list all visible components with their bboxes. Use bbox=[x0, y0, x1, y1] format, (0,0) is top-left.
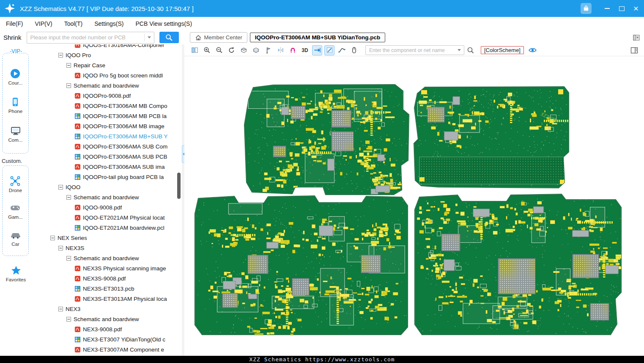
sidebar-item-favorites[interactable]: Favorites bbox=[0, 264, 32, 282]
tree-item[interactable]: IQOOPro-tail plug board PCB la bbox=[32, 172, 182, 182]
menu-settings[interactable]: Settings(S) bbox=[88, 20, 129, 27]
open-document-tab[interactable]: IQOOPro-ET3006AM MB+SUB YiDianTong.pcb bbox=[250, 33, 385, 42]
tree-item[interactable]: Schematic and boardview bbox=[32, 253, 182, 263]
expander-icon[interactable] bbox=[50, 236, 55, 240]
tree-item[interactable]: IQOOPro-9008.pdf bbox=[32, 91, 182, 101]
member-center-button[interactable]: Member Center bbox=[190, 32, 247, 43]
mouse-mode-icon[interactable] bbox=[349, 45, 359, 55]
tree-item[interactable]: IQOOPro-ET3006AM MB+SUB Y bbox=[32, 131, 182, 141]
top-layer-icon[interactable] bbox=[238, 45, 249, 55]
layer-panel-icon[interactable] bbox=[630, 46, 639, 55]
menu-file[interactable]: File(F) bbox=[0, 20, 29, 27]
component-search-input[interactable] bbox=[366, 47, 455, 53]
expander-icon[interactable] bbox=[66, 195, 71, 200]
sidebar-item-game[interactable]: Gam... bbox=[8, 202, 23, 220]
expander-icon[interactable] bbox=[66, 317, 71, 322]
expander-icon[interactable] bbox=[58, 246, 63, 250]
boardview-icon bbox=[74, 174, 81, 180]
menu-pcb-view-settings[interactable]: PCB View settings(S) bbox=[129, 20, 198, 27]
sidebar-item-car[interactable]: Car bbox=[10, 229, 22, 247]
minimize-button[interactable] bbox=[601, 2, 614, 15]
tree-item[interactable]: IQOOPro-ET3006AMA SUB ima bbox=[32, 162, 182, 172]
chevron-down-icon[interactable] bbox=[458, 49, 461, 51]
tree-item[interactable]: IQOOPro-ET3006AM MB PCB la bbox=[32, 111, 182, 121]
tree-item[interactable]: NEX Series bbox=[32, 233, 182, 243]
tree-item[interactable]: NEX3S Physical scanning image bbox=[32, 263, 182, 273]
tree-item[interactable]: IQOO-ET2021AM Physical locat bbox=[32, 212, 182, 223]
probe-flag-icon[interactable] bbox=[263, 45, 273, 55]
expander-icon[interactable] bbox=[58, 307, 63, 311]
tree-item-label: IQOO-ET2021AM boardview.pcl bbox=[83, 225, 164, 231]
phone-icon bbox=[9, 96, 21, 108]
jump-arrow-icon[interactable] bbox=[312, 45, 322, 55]
zoom-in-icon[interactable] bbox=[202, 45, 212, 55]
pdf-icon bbox=[74, 143, 81, 150]
tree-item[interactable]: IQOOPro-ET3006AMA SUB Com bbox=[32, 141, 182, 151]
sidebar-item-drone[interactable]: Drone bbox=[9, 175, 22, 193]
eye-visibility-icon[interactable] bbox=[528, 46, 537, 55]
drone-icon bbox=[9, 175, 21, 187]
zoom-out-icon[interactable] bbox=[214, 45, 224, 55]
maximize-button[interactable] bbox=[615, 2, 628, 15]
tree-item[interactable]: Schematic and boardview bbox=[32, 192, 182, 202]
tree-item[interactable]: Repair Case bbox=[32, 60, 182, 70]
mirror-flip-icon[interactable] bbox=[275, 45, 285, 55]
tree-item[interactable]: IQOOPro-ET3006AM MB image bbox=[32, 121, 182, 131]
expander-icon[interactable] bbox=[66, 256, 71, 261]
component-search-icon[interactable] bbox=[466, 46, 475, 55]
tree-item[interactable]: IQOO Pro bbox=[32, 50, 182, 60]
menu-vip[interactable]: VIP(V) bbox=[29, 20, 58, 27]
color-scheme-button[interactable]: [ColorScheme] bbox=[481, 46, 524, 54]
diagonal-measure-icon[interactable] bbox=[324, 45, 334, 55]
expander-icon[interactable] bbox=[58, 185, 63, 190]
tree-item[interactable]: Schematic and boardview bbox=[32, 80, 182, 91]
tree-item[interactable]: NEX3-9008.pdf bbox=[32, 324, 182, 334]
magnet-highlight-icon[interactable] bbox=[288, 45, 298, 55]
close-button[interactable]: × bbox=[630, 2, 642, 15]
menu-tool[interactable]: Tool(T) bbox=[58, 20, 89, 27]
custom-group-label: Custom. bbox=[2, 158, 22, 164]
sidebar-item-label: Com... bbox=[8, 138, 23, 143]
tree-item[interactable]: NEX3S-ET3013.pcb bbox=[32, 283, 182, 294]
model-search-combo[interactable] bbox=[27, 32, 154, 44]
curve-trace-icon[interactable] bbox=[337, 45, 347, 55]
tree-item[interactable]: Schematic and boardview bbox=[32, 314, 182, 324]
pcb-board-view[interactable]: XZZ@TZ bbox=[184, 56, 644, 356]
tree-item[interactable]: NEX3S-ET3013AM Physical loca bbox=[32, 294, 182, 304]
tree-item[interactable]: IQOO-ET2021AM boardview.pcl bbox=[32, 223, 182, 233]
expander-icon[interactable] bbox=[66, 63, 71, 68]
sidebar-item-course[interactable]: Cour... bbox=[8, 68, 23, 85]
tree-item[interactable]: IQOO Pro 5g boot screen middl bbox=[32, 70, 182, 80]
tree-item[interactable]: IQOOPro-ET3006AMA SUB PCB bbox=[32, 151, 182, 162]
pcb-canvas-area[interactable]: XZZ@TZ bbox=[184, 56, 644, 356]
tree-item[interactable]: NEX3-ET3007AM Component e bbox=[32, 344, 182, 355]
close-view-icon[interactable] bbox=[632, 33, 641, 42]
component-search-combo[interactable] bbox=[365, 45, 464, 55]
split-view-icon[interactable] bbox=[189, 45, 200, 55]
tree-item[interactable]: IQOOPro-ET3006AM MB Compo bbox=[32, 101, 182, 111]
expander-icon[interactable] bbox=[66, 83, 71, 88]
title-bar: XZZ Schematics V4.77 [ VIP Due date: 202… bbox=[0, 0, 644, 17]
model-search-input[interactable] bbox=[27, 34, 144, 41]
vip-group-label: -VIP- bbox=[0, 48, 32, 54]
tree-item[interactable]: NEX3S bbox=[32, 243, 182, 253]
tree-item[interactable]: NEX3-ET3007 YiDianTong(Old c bbox=[32, 334, 182, 344]
bottom-layer-icon[interactable] bbox=[251, 45, 261, 55]
tree-item[interactable]: IQOOS-ET3016AMA-Componer bbox=[32, 44, 182, 50]
tree-item[interactable]: NEX3 bbox=[32, 304, 182, 314]
sidebar-item-computer[interactable]: Com... bbox=[8, 125, 23, 143]
tree-item[interactable]: NEX3S-9008.pdf bbox=[32, 273, 182, 283]
3d-mode-button[interactable]: 3D bbox=[300, 45, 310, 55]
boardview-icon bbox=[74, 336, 81, 343]
tree-item[interactable]: IQOO-9008.pdf bbox=[32, 202, 182, 212]
tree-scrollbar-thumb[interactable] bbox=[177, 173, 181, 199]
sidebar-item-phone[interactable]: Phone bbox=[8, 96, 22, 114]
store-icon[interactable] bbox=[581, 3, 592, 14]
tree-item-label: Schematic and boardview bbox=[74, 316, 139, 322]
expander-icon[interactable] bbox=[58, 53, 63, 58]
chevron-down-icon[interactable] bbox=[148, 36, 151, 38]
shrink-button[interactable]: Shrink bbox=[3, 34, 22, 41]
rotate-icon[interactable] bbox=[226, 45, 236, 55]
tree-item[interactable]: IQOO bbox=[32, 182, 182, 192]
model-search-button[interactable] bbox=[159, 32, 179, 43]
